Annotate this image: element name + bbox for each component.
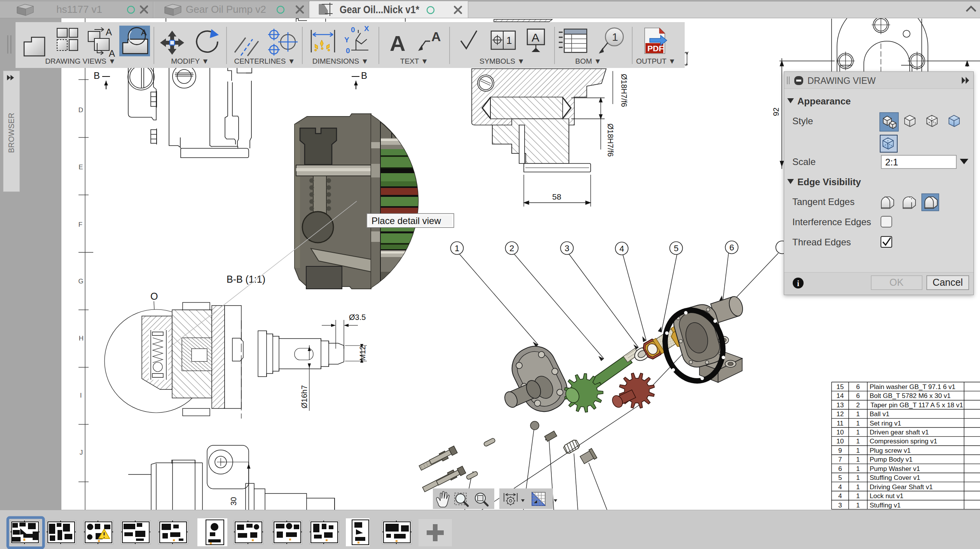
svg-text:DRAWING VIEWS ▼: DRAWING VIEWS ▼ bbox=[45, 57, 116, 65]
svg-text:Ø18H7/f6: Ø18H7/f6 bbox=[606, 123, 615, 157]
svg-text:TEXT ▼: TEXT ▼ bbox=[400, 57, 428, 65]
svg-text:Gear Oil...Nick v1*: Gear Oil...Nick v1* bbox=[340, 4, 419, 16]
svg-text:Appearance: Appearance bbox=[797, 96, 851, 106]
svg-text:MODIFY ▼: MODIFY ▼ bbox=[171, 57, 209, 65]
svg-text:4: 4 bbox=[838, 483, 842, 491]
svg-text:11: 11 bbox=[837, 420, 844, 427]
svg-text:6: 6 bbox=[729, 243, 734, 252]
svg-text:10: 10 bbox=[837, 438, 844, 445]
svg-text:Pump Body v1: Pump Body v1 bbox=[870, 456, 913, 463]
svg-text:Edge Visibility: Edge Visibility bbox=[797, 177, 861, 187]
svg-text:DIMENSIONS ▼: DIMENSIONS ▼ bbox=[312, 57, 368, 65]
svg-text:12: 12 bbox=[837, 410, 844, 418]
svg-text:Bolt GB_T 5782 M6 x 30 v1: Bolt GB_T 5782 M6 x 30 v1 bbox=[870, 392, 951, 400]
svg-text:1: 1 bbox=[856, 465, 860, 473]
svg-text:1: 1 bbox=[612, 31, 618, 43]
svg-text:BOM ▼: BOM ▼ bbox=[575, 57, 601, 65]
svg-text:1: 1 bbox=[856, 438, 860, 445]
svg-text:Set ring v1: Set ring v1 bbox=[870, 420, 901, 427]
svg-text:Scale: Scale bbox=[792, 156, 816, 167]
svg-text:6: 6 bbox=[838, 465, 842, 473]
svg-text:Stuffing Cover v1: Stuffing Cover v1 bbox=[870, 474, 920, 481]
svg-text:I: I bbox=[80, 392, 82, 399]
svg-text:D: D bbox=[78, 106, 83, 114]
svg-text:X: X bbox=[364, 24, 369, 33]
svg-text:M12: M12 bbox=[358, 346, 367, 361]
svg-text:9: 9 bbox=[838, 447, 842, 454]
svg-text:1: 1 bbox=[856, 429, 860, 436]
svg-text:4: 4 bbox=[619, 244, 624, 254]
svg-text:H: H bbox=[79, 335, 84, 342]
svg-text:13: 13 bbox=[837, 401, 844, 409]
svg-text:1: 1 bbox=[856, 420, 860, 427]
svg-text:J: J bbox=[80, 449, 83, 456]
svg-text:A: A bbox=[532, 31, 539, 44]
svg-text:OUTPUT ▼: OUTPUT ▼ bbox=[636, 57, 676, 65]
svg-text:Driving Gear Shaft v1: Driving Gear Shaft v1 bbox=[870, 483, 933, 491]
svg-text:6: 6 bbox=[856, 392, 860, 400]
svg-text:Taper pin GB_T 117 A 5 x 18 v1: Taper pin GB_T 117 A 5 x 18 v1 bbox=[870, 401, 963, 409]
svg-text:2: 2 bbox=[856, 401, 860, 409]
svg-text:DRAWING VIEW: DRAWING VIEW bbox=[807, 76, 876, 86]
svg-text:Style: Style bbox=[792, 116, 813, 126]
svg-text:Tangent Edges: Tangent Edges bbox=[792, 196, 854, 207]
svg-text:30: 30 bbox=[229, 497, 238, 506]
svg-text:2: 2 bbox=[509, 243, 514, 253]
svg-text:0: 0 bbox=[351, 26, 355, 34]
svg-text:1: 1 bbox=[455, 243, 459, 253]
svg-text:G: G bbox=[78, 278, 83, 285]
svg-text:7: 7 bbox=[838, 456, 842, 463]
svg-text:Y: Y bbox=[344, 36, 349, 44]
svg-text:1: 1 bbox=[856, 474, 860, 481]
svg-text:A: A bbox=[431, 29, 441, 44]
svg-text:BROWSER: BROWSER bbox=[7, 113, 16, 153]
svg-text:Thread Edges: Thread Edges bbox=[792, 237, 851, 247]
svg-text:i: i bbox=[797, 279, 799, 288]
svg-text:Interference Edges: Interference Edges bbox=[792, 217, 871, 227]
svg-text:14: 14 bbox=[837, 392, 844, 400]
svg-text:5: 5 bbox=[838, 474, 842, 481]
svg-text:CENTERLINES ▼: CENTERLINES ▼ bbox=[234, 57, 295, 65]
svg-text:10: 10 bbox=[837, 429, 844, 436]
svg-text:1: 1 bbox=[856, 492, 860, 500]
svg-text:Pump Washer v1: Pump Washer v1 bbox=[870, 465, 920, 473]
svg-text:Ø18H7/f6: Ø18H7/f6 bbox=[620, 74, 628, 107]
svg-text:Gear Oil Pump v2: Gear Oil Pump v2 bbox=[186, 3, 266, 15]
svg-text:4: 4 bbox=[838, 492, 842, 500]
svg-text:92: 92 bbox=[772, 108, 780, 116]
svg-text:Driven gear shaft v1: Driven gear shaft v1 bbox=[870, 429, 929, 436]
svg-text:SYMBOLS ▼: SYMBOLS ▼ bbox=[480, 57, 525, 65]
svg-text:O: O bbox=[150, 291, 158, 302]
svg-text:Lock nut v1: Lock nut v1 bbox=[870, 492, 903, 500]
svg-text:6: 6 bbox=[856, 383, 860, 391]
svg-text:Ball v1: Ball v1 bbox=[870, 410, 889, 418]
svg-text:F: F bbox=[78, 221, 82, 228]
svg-text:E: E bbox=[78, 163, 83, 171]
svg-text:1: 1 bbox=[856, 456, 860, 463]
svg-text:1: 1 bbox=[856, 502, 860, 509]
svg-text:58: 58 bbox=[552, 192, 561, 201]
svg-text:B: B bbox=[94, 70, 100, 81]
svg-text:1: 1 bbox=[506, 35, 512, 46]
svg-text:1: 1 bbox=[856, 447, 860, 454]
svg-text:A: A bbox=[106, 27, 112, 37]
svg-text:Plain washer GB_T 97.1 6 v1: Plain washer GB_T 97.1 6 v1 bbox=[870, 383, 956, 391]
svg-text:B-B (1:1): B-B (1:1) bbox=[227, 274, 265, 285]
svg-text:hs1177 v1: hs1177 v1 bbox=[56, 3, 102, 15]
svg-text:Compression spring v1: Compression spring v1 bbox=[870, 438, 937, 445]
svg-text:B: B bbox=[361, 70, 367, 81]
svg-text:A: A bbox=[141, 28, 147, 37]
svg-text:3: 3 bbox=[565, 243, 569, 253]
svg-text:15: 15 bbox=[837, 383, 844, 391]
svg-text:Stuffing v1: Stuffing v1 bbox=[870, 502, 901, 509]
svg-text:0: 0 bbox=[346, 47, 350, 55]
svg-text:OK: OK bbox=[889, 277, 903, 288]
svg-text:1: 1 bbox=[856, 410, 860, 418]
svg-text:Place detail view: Place detail view bbox=[371, 215, 441, 226]
svg-text:Cancel: Cancel bbox=[933, 277, 963, 288]
svg-text:A: A bbox=[390, 31, 405, 56]
svg-text:2:1: 2:1 bbox=[885, 157, 898, 167]
svg-text:Plug screw v1: Plug screw v1 bbox=[870, 447, 911, 454]
svg-text:Ø16h7: Ø16h7 bbox=[300, 385, 309, 408]
svg-text:5: 5 bbox=[674, 243, 678, 253]
